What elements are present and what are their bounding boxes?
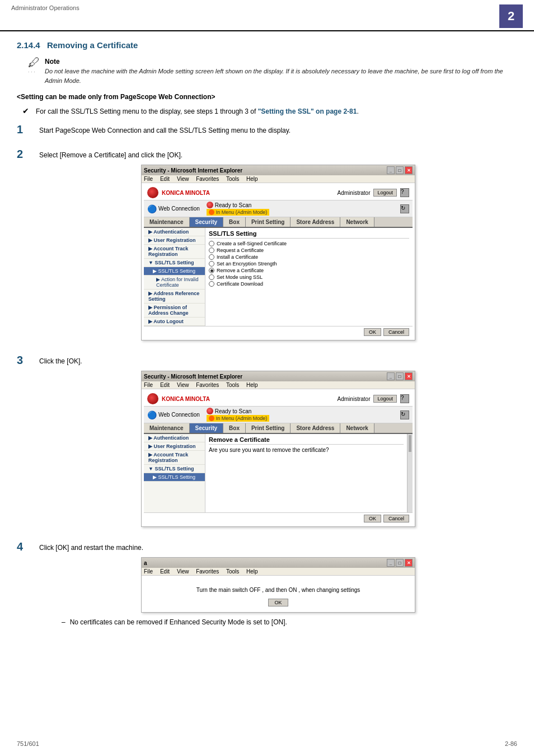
browser-content-2: Remove a Certificate Are you sure you wa… <box>205 434 407 512</box>
sidebar-action-invalid-1[interactable]: ▶ Action for Invalid Certificate <box>144 276 205 290</box>
tab-maintenance-1[interactable]: Maintenance <box>144 217 190 227</box>
close-btn-1[interactable]: ✕ <box>405 166 413 174</box>
menu-file-2[interactable]: File <box>144 382 153 388</box>
menu-tools-2[interactable]: Tools <box>226 382 239 388</box>
km-header-2: KONICA MINOLTA Administrator Logout ? <box>144 391 413 407</box>
menu-favorites-1[interactable]: Favorites <box>196 176 219 182</box>
logout-btn-2[interactable]: Logout <box>373 395 397 403</box>
sidebar-user-reg-1[interactable]: ▶ User Registration <box>144 236 205 245</box>
sidebar-account-2[interactable]: ▶ Account Track Registration <box>144 451 205 465</box>
tab-network-1[interactable]: Network <box>340 217 374 227</box>
cancel-btn-1[interactable]: Cancel <box>383 328 409 336</box>
menu-view-2[interactable]: View <box>177 382 189 388</box>
sub-note: – No certificates can be removed if Enha… <box>62 618 517 626</box>
minimize-btn-3[interactable]: _ <box>387 559 395 567</box>
scroll-bar-2[interactable] <box>407 434 413 512</box>
help-icon-1[interactable]: ? <box>400 188 409 197</box>
radio-dot-remove-1[interactable] <box>209 268 214 273</box>
minimize-btn-2[interactable]: _ <box>387 372 395 380</box>
browser-body-1: KONICA MINOLTA Administrator Logout ? 🔵 <box>142 183 415 340</box>
browser-body-3: Turn the main switch OFF , and then ON ,… <box>142 576 415 612</box>
sidebar-auth-2[interactable]: ▶ Authentication <box>144 434 205 442</box>
browser-window-1: Security - Microsoft Internet Explorer _… <box>141 165 415 340</box>
radio-dot-set-mode-1[interactable] <box>209 274 214 280</box>
tab-security-2[interactable]: Security <box>190 423 223 433</box>
sidebar-ssl-2[interactable]: ▼ SSL/TLS Setting <box>144 465 205 473</box>
tab-box-2[interactable]: Box <box>223 423 246 433</box>
step-3: 3 Click the [OK]. Security - Microsoft I… <box>17 354 517 533</box>
browser-title-2: Security - Microsoft Internet Explorer <box>144 374 242 380</box>
menu-help-3[interactable]: Help <box>246 568 258 575</box>
minimize-btn-1[interactable]: _ <box>387 166 395 174</box>
sidebar-ssl-tls-1[interactable]: ▼ SSL/TLS Setting <box>144 259 205 267</box>
sidebar-account-track-1[interactable]: ▶ Account Track Registration <box>144 245 205 259</box>
menu-help-2[interactable]: Help <box>246 382 258 388</box>
radio-dot-cert-dl-1[interactable] <box>209 281 214 287</box>
menu-view-1[interactable]: View <box>177 176 189 182</box>
sidebar-address-ref-1[interactable]: ▶ Address Reference Setting <box>144 290 205 304</box>
cancel-btn-2[interactable]: Cancel <box>383 515 409 522</box>
restore-btn-3[interactable]: □ <box>396 559 404 567</box>
ok-btn-1[interactable]: OK <box>364 328 381 336</box>
logout-btn-1[interactable]: Logout <box>373 189 397 197</box>
sidebar-auto-logout-1[interactable]: ▶ Auto Logout <box>144 318 205 326</box>
nav-tabs-1: Maintenance Security Box Print Setting S… <box>144 217 413 228</box>
restore-btn-2[interactable]: □ <box>396 372 404 380</box>
menu-favorites-3[interactable]: Favorites <box>196 568 219 575</box>
help-icon-2[interactable]: ? <box>400 394 409 403</box>
radio-install-1: Install a Certificate <box>209 254 409 260</box>
km-admin-area-2: Administrator Logout ? <box>338 394 409 403</box>
sidebar-ssl-tls-sub-1[interactable]: ▶ SSL/TLS Setting <box>144 267 205 276</box>
browser-controls-3[interactable]: _ □ ✕ <box>387 559 413 567</box>
radio-dot-install-1[interactable] <box>209 254 214 260</box>
ssl-link[interactable]: "Setting the SSL" on page 2-81 <box>258 108 357 115</box>
ok-btn-2[interactable]: OK <box>364 515 381 522</box>
menu-help-1[interactable]: Help <box>246 176 258 182</box>
step-1-content: Start PageScope Web Connection and call … <box>39 123 517 140</box>
radio-dot-request-1[interactable] <box>209 248 214 253</box>
menu-view-3[interactable]: View <box>177 568 189 575</box>
ok-btn-3[interactable]: OK <box>268 599 288 606</box>
sidebar-ssl-sub-2[interactable]: ▶ SSL/TLS Setting <box>144 473 205 482</box>
menu-file-3[interactable]: File <box>144 568 153 575</box>
radio-dot-create-1[interactable] <box>209 241 214 246</box>
km-logo-2: KONICA MINOLTA <box>147 393 210 404</box>
km-web-conn-left-1: 🔵 Web Connection Ready to Scan <box>147 202 269 216</box>
radio-options-1: Create a self-Signed Certificate Request… <box>209 241 409 287</box>
close-btn-2[interactable]: ✕ <box>405 372 413 380</box>
tab-maintenance-2[interactable]: Maintenance <box>144 423 190 433</box>
browser-controls-2[interactable]: _ □ ✕ <box>387 372 413 380</box>
restore-btn-1[interactable]: □ <box>396 166 404 174</box>
radio-dot-encryption-1[interactable] <box>209 261 214 267</box>
browser-titlebar-2: Security - Microsoft Internet Explorer _… <box>142 371 415 381</box>
tab-store-2[interactable]: Store Address <box>291 423 340 433</box>
close-btn-3[interactable]: ✕ <box>405 559 413 567</box>
note-block: 🖊... Note Do not leave the machine with … <box>28 57 517 85</box>
sidebar-user-2[interactable]: ▶ User Registration <box>144 442 205 451</box>
menu-tools-3[interactable]: Tools <box>226 568 239 575</box>
menu-file-1[interactable]: File <box>144 176 153 182</box>
step-1: 1 Start PageScope Web Connection and cal… <box>17 123 517 140</box>
menu-tools-1[interactable]: Tools <box>226 176 239 182</box>
web-conn-label-1: Web Connection <box>158 206 200 212</box>
sidebar-permission-1[interactable]: ▶ Permission of Address Change <box>144 304 205 318</box>
admin-mode-badge-2: In Menu (Admin Mode) <box>207 415 270 422</box>
confirm-text-2: Are you sure you want to remove the cert… <box>209 447 404 453</box>
menu-favorites-2[interactable]: Favorites <box>196 382 219 388</box>
tab-box-1[interactable]: Box <box>223 217 246 227</box>
tab-print-2[interactable]: Print Setting <box>246 423 291 433</box>
menu-edit-1[interactable]: Edit <box>160 176 170 182</box>
refresh-icon-2[interactable]: ↻ <box>400 410 409 419</box>
tab-security-1[interactable]: Security <box>190 217 223 227</box>
tab-network-2[interactable]: Network <box>340 423 374 433</box>
step-number-1: 1 <box>17 123 37 136</box>
tab-print-1[interactable]: Print Setting <box>246 217 291 227</box>
browser-sidebar-2: ▶ Authentication ▶ User Registration ▶ A… <box>144 434 205 512</box>
sidebar-authentication-1[interactable]: ▶ Authentication <box>144 228 205 236</box>
refresh-icon-1[interactable]: ↻ <box>400 204 409 213</box>
tab-store-1[interactable]: Store Address <box>291 217 340 227</box>
menu-edit-3[interactable]: Edit <box>160 568 170 575</box>
browser-controls-1[interactable]: _ □ ✕ <box>387 166 413 174</box>
menu-edit-2[interactable]: Edit <box>160 382 170 388</box>
radio-cert-dl-1: Certificate Download <box>209 281 409 287</box>
